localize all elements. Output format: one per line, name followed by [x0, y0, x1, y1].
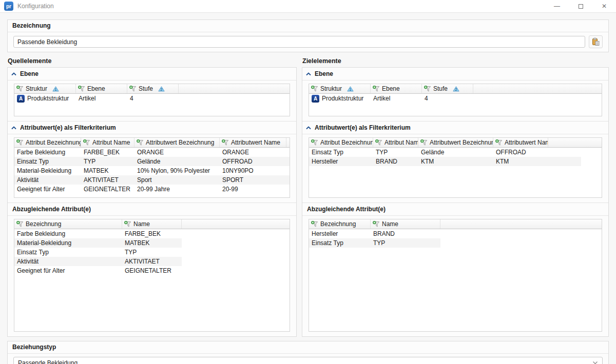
table-cell: Aktivität	[14, 258, 122, 265]
filter-icon[interactable]	[137, 139, 144, 146]
paste-button[interactable]	[589, 35, 603, 48]
table-cell: FARBE_BEK	[122, 230, 182, 237]
column-header-label: Bezeichnung	[320, 220, 356, 228]
table-cell: Material-Bekleidung	[14, 239, 122, 247]
sort-order-icon: 1	[52, 86, 59, 92]
section-title: Abzugleichende Attribut(e)	[12, 206, 91, 213]
column-header-label: Bezeichnung	[26, 220, 61, 228]
section-title: Abzugleichende Attribut(e)	[307, 206, 386, 213]
column-header-filler	[182, 219, 290, 229]
collapse-chevron-icon[interactable]	[306, 72, 311, 76]
table-row[interactable]: Material-BekleidungMATBEK10% Nylon, 90% …	[14, 166, 290, 175]
table-cell: Geeignet für Alter	[14, 267, 122, 274]
column-header[interactable]: Attribut Name	[373, 138, 418, 147]
filter-icon[interactable]	[16, 139, 24, 146]
column-header[interactable]: Attributwert Bezeichnung	[134, 138, 220, 147]
column-header[interactable]: Attribut Bezeichnung	[14, 138, 81, 147]
table-row[interactable]: Einsatz TypTYP	[309, 238, 440, 248]
column-header[interactable]: Struktur1	[309, 84, 371, 93]
filter-icon[interactable]	[129, 86, 137, 92]
table-cell: Einsatz Typ	[309, 149, 373, 156]
column-header[interactable]: Attributwert Bezeichnung	[418, 138, 493, 147]
filter-icon[interactable]	[311, 139, 318, 146]
table-row[interactable]: Farbe BekleidungFARBE_BEKORANGEORANGE	[14, 148, 290, 157]
column-header[interactable]: Struktur1	[14, 84, 76, 93]
column-header[interactable]: Attributwert Name	[220, 138, 286, 147]
column-header-label: Attribut Name	[384, 139, 418, 146]
filter-icon[interactable]	[311, 86, 318, 92]
cell-text: Produktstruktur	[27, 95, 69, 102]
filter-icon[interactable]	[124, 221, 131, 228]
source-filter-table: Attribut BezeichnungAttribut NameAttribu…	[14, 137, 290, 198]
filter-icon[interactable]	[375, 139, 382, 146]
column-header-label: Attributwert Bezeichnung	[146, 139, 214, 146]
table-cell: Artikel	[371, 95, 422, 102]
filter-icon[interactable]	[83, 139, 90, 146]
filter-icon[interactable]	[373, 221, 380, 228]
table-row[interactable]: Einsatz TypTYPGeländeOFFROAD	[309, 148, 581, 157]
source-panel: Ebene Struktur1EbeneStufe2AProduktstrukt…	[7, 67, 297, 337]
table-row[interactable]: Material-BekleidungMATBEK	[14, 238, 182, 248]
table-cell: Einsatz Typ	[14, 158, 81, 165]
filter-icon[interactable]	[424, 86, 431, 92]
column-header-label: Stufe	[139, 85, 153, 92]
table-row[interactable]: Einsatz TypTYPGeländeOFFROAD	[14, 157, 290, 166]
table-row[interactable]: AProduktstrukturArtikel4	[14, 94, 290, 103]
table-cell: TYP	[122, 249, 182, 256]
column-header[interactable]: Stufe2	[127, 84, 179, 93]
column-header-label: Name	[382, 220, 398, 228]
column-header[interactable]: Name	[122, 219, 182, 229]
svg-text:1: 1	[55, 88, 57, 91]
table-row[interactable]: Geeignet für AlterGEIGNETALTER	[14, 266, 182, 275]
table-cell: Hersteller	[309, 230, 371, 237]
maximize-button[interactable]	[569, 0, 592, 12]
column-header[interactable]: Attribut Name	[81, 138, 134, 147]
filter-icon[interactable]	[373, 86, 380, 92]
close-button[interactable]: ✕	[592, 0, 616, 12]
filter-icon[interactable]	[222, 139, 229, 146]
table-cell: Gelände	[418, 149, 493, 156]
column-header[interactable]: Ebene	[371, 84, 422, 93]
filter-icon[interactable]	[311, 221, 318, 228]
source-ebene-section-header[interactable]: Ebene	[8, 68, 296, 80]
table-row[interactable]: Einsatz TypTYP	[14, 248, 182, 257]
table-row[interactable]: Farbe BekleidungFARBE_BEK	[14, 229, 182, 238]
table-header-row: Struktur1EbeneStufe2	[309, 84, 602, 94]
collapse-chevron-icon[interactable]	[11, 72, 16, 76]
column-header[interactable]: Ebene	[76, 84, 127, 93]
table-row[interactable]: HerstellerBRAND	[309, 229, 440, 238]
collapse-chevron-icon[interactable]	[306, 126, 311, 130]
table-cell: Sport	[134, 176, 220, 184]
filter-icon[interactable]	[16, 221, 24, 228]
source-filter-section-header[interactable]: Attributwert(e) als Filterkriterium	[8, 122, 296, 134]
table-row[interactable]: Geeignet für AlterGEIGNETALTER20-99 Jahr…	[14, 185, 290, 194]
target-ebene-section-header[interactable]: Ebene	[302, 68, 608, 80]
filter-icon[interactable]	[78, 86, 85, 92]
table-row[interactable]: HerstellerBRANDKTMKTM	[309, 157, 581, 166]
minimize-button[interactable]: —	[545, 0, 569, 12]
column-header[interactable]: Bezeichnung	[309, 219, 371, 229]
bezeichnung-input[interactable]	[13, 36, 585, 48]
attribute-type-icon: A	[312, 95, 319, 103]
filter-icon[interactable]	[16, 86, 24, 92]
target-ebene-table: Struktur1EbeneStufe2AProduktstrukturArti…	[309, 84, 602, 116]
source-filter-section: Attributwert(e) als Filterkriterium Attr…	[8, 121, 296, 203]
column-header[interactable]: Stufe2	[422, 84, 473, 93]
table-cell: TYP	[371, 239, 440, 247]
beziehungstyp-dropdown[interactable]: Passende Bekleidung	[13, 357, 603, 364]
table-row[interactable]: AktivitätAKTIVITAET	[14, 257, 182, 266]
target-filter-section-header[interactable]: Attributwert(e) als Filterkriterium	[302, 122, 608, 134]
table-cell: 20-99 Jahre	[134, 186, 220, 193]
collapse-chevron-icon[interactable]	[11, 126, 16, 130]
table-row[interactable]: AProduktstrukturArtikel4	[309, 94, 602, 103]
column-header[interactable]: Name	[371, 219, 440, 229]
table-row[interactable]: AktivitätAKTIVITAETSportSPORT	[14, 175, 290, 185]
table-header-row: BezeichnungName	[14, 219, 290, 229]
column-header[interactable]: Bezeichnung	[14, 219, 122, 229]
filter-icon[interactable]	[495, 139, 503, 146]
target-match-section: Abzugleichende Attribut(e) BezeichnungNa…	[302, 203, 608, 336]
filter-icon[interactable]	[420, 139, 428, 146]
column-header[interactable]: Attribut Bezeichnung	[309, 138, 373, 147]
column-header[interactable]: Attributwert Name	[493, 138, 548, 147]
source-ebene-section: Ebene Struktur1EbeneStufe2AProduktstrukt…	[8, 68, 296, 121]
